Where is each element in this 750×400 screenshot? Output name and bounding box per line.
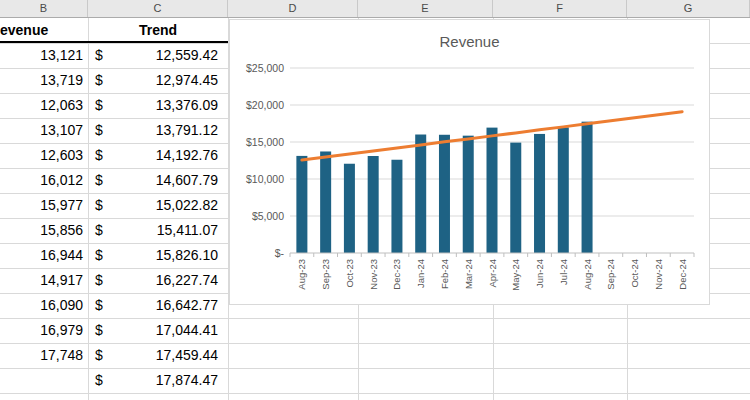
trend-value: 13,376.09 bbox=[156, 93, 218, 118]
revenue-bar[interactable] bbox=[558, 127, 569, 253]
column-header-C[interactable]: C bbox=[88, 0, 228, 17]
trend-value: 17,044.41 bbox=[156, 318, 218, 343]
cell-trend[interactable]: $15,411.07 bbox=[88, 218, 228, 243]
trend-value: 16,227.74 bbox=[156, 268, 218, 293]
x-axis-label: Feb-24 bbox=[439, 259, 450, 289]
y-axis-label: $5,000 bbox=[252, 210, 284, 222]
trend-value: 16,642.77 bbox=[156, 293, 218, 318]
x-axis-label: Oct-23 bbox=[344, 259, 355, 288]
trend-value: 14,192.76 bbox=[156, 143, 218, 168]
cell-trend[interactable]: $16,227.74 bbox=[88, 268, 228, 293]
revenue-bar[interactable] bbox=[415, 135, 426, 253]
currency-symbol: $ bbox=[95, 243, 103, 268]
trend-value: 15,022.82 bbox=[156, 193, 218, 218]
revenue-bar[interactable] bbox=[344, 164, 355, 253]
column-header-G[interactable]: G bbox=[627, 0, 750, 17]
currency-symbol: $ bbox=[95, 268, 103, 293]
trend-value: 12,559.42 bbox=[156, 43, 218, 68]
cell-revenue[interactable]: 13,719 bbox=[0, 68, 88, 93]
table-header-trend[interactable]: Trend bbox=[88, 18, 228, 43]
cell-revenue[interactable]: 16,979 bbox=[0, 318, 88, 343]
trend-value: 15,826.10 bbox=[156, 243, 218, 268]
y-axis-label: $15,000 bbox=[246, 136, 284, 148]
chart-title[interactable]: Revenue bbox=[439, 33, 499, 50]
x-axis-label: Apr-24 bbox=[487, 259, 498, 288]
cell-revenue[interactable]: 13,107 bbox=[0, 118, 88, 143]
revenue-bar[interactable] bbox=[296, 156, 307, 253]
cell-trend[interactable]: $14,607.79 bbox=[88, 168, 228, 193]
cell-revenue[interactable] bbox=[0, 368, 88, 393]
x-axis-label: Aug-23 bbox=[296, 259, 307, 290]
trend-value: 17,459.44 bbox=[156, 343, 218, 368]
cell-revenue[interactable]: 13,121 bbox=[0, 43, 88, 68]
y-axis-label: $- bbox=[275, 247, 285, 259]
cell-revenue[interactable]: 16,944 bbox=[0, 243, 88, 268]
cell-trend[interactable]: $14,192.76 bbox=[88, 143, 228, 168]
cell-revenue[interactable]: 16,090 bbox=[0, 293, 88, 318]
currency-symbol: $ bbox=[95, 143, 103, 168]
cell-revenue[interactable]: 15,977 bbox=[0, 193, 88, 218]
x-axis-label: Nov-23 bbox=[368, 259, 379, 290]
x-axis-label: Nov-24 bbox=[653, 259, 664, 290]
revenue-bar[interactable] bbox=[391, 160, 402, 253]
revenue-bar[interactable] bbox=[487, 128, 498, 253]
column-header-D[interactable]: D bbox=[228, 0, 358, 17]
cell-revenue[interactable]: 12,603 bbox=[0, 143, 88, 168]
x-axis-label: Jul-24 bbox=[558, 259, 569, 285]
currency-symbol: $ bbox=[95, 368, 103, 393]
currency-symbol: $ bbox=[95, 293, 103, 318]
cell-trend[interactable]: $17,459.44 bbox=[88, 343, 228, 368]
x-axis-label: Jun-24 bbox=[534, 259, 545, 288]
cell-revenue[interactable]: 14,917 bbox=[0, 268, 88, 293]
cell-trend[interactable]: $13,376.09 bbox=[88, 93, 228, 118]
table-header-revenue[interactable]: evenue bbox=[0, 18, 88, 43]
trend-value: 13,791.12 bbox=[156, 118, 218, 143]
x-axis-label: Oct-24 bbox=[629, 259, 640, 288]
revenue-bar[interactable] bbox=[320, 151, 331, 253]
cell-trend[interactable]: $17,874.47 bbox=[88, 368, 228, 393]
trend-value: 14,607.79 bbox=[156, 168, 218, 193]
currency-symbol: $ bbox=[95, 68, 103, 93]
y-axis-label: $25,000 bbox=[246, 62, 284, 74]
x-axis-label: May-24 bbox=[510, 259, 521, 291]
cell-revenue[interactable]: 17,748 bbox=[0, 343, 88, 368]
cell-trend[interactable]: $12,559.42 bbox=[88, 43, 228, 68]
revenue-bar[interactable] bbox=[368, 156, 379, 253]
cell-trend[interactable]: $13,791.12 bbox=[88, 118, 228, 143]
cell-trend[interactable]: $16,642.77 bbox=[88, 293, 228, 318]
gridline bbox=[0, 393, 750, 394]
x-axis-label: Aug-24 bbox=[582, 259, 593, 290]
cell-trend[interactable]: $12,974.45 bbox=[88, 68, 228, 93]
column-header-B[interactable]: B bbox=[0, 0, 88, 17]
currency-symbol: $ bbox=[95, 318, 103, 343]
x-axis-label: Jan-24 bbox=[415, 259, 426, 288]
trend-value: 17,874.47 bbox=[156, 368, 218, 393]
currency-symbol: $ bbox=[95, 193, 103, 218]
revenue-chart-canvas: Revenue$-$5,000$10,000$15,000$20,000$25,… bbox=[230, 20, 709, 304]
x-axis-label: Dec-23 bbox=[391, 259, 402, 290]
revenue-bar[interactable] bbox=[510, 143, 521, 253]
currency-symbol: $ bbox=[95, 218, 103, 243]
cell-trend[interactable]: $15,826.10 bbox=[88, 243, 228, 268]
revenue-bar[interactable] bbox=[534, 134, 545, 253]
revenue-bar[interactable] bbox=[439, 135, 450, 253]
y-axis-label: $20,000 bbox=[246, 99, 284, 111]
trend-value: 12,974.45 bbox=[156, 68, 218, 93]
cell-revenue[interactable]: 15,856 bbox=[0, 218, 88, 243]
cell-revenue[interactable]: 12,063 bbox=[0, 93, 88, 118]
revenue-bar[interactable] bbox=[463, 136, 474, 253]
x-axis-label: Sep-23 bbox=[320, 259, 331, 290]
x-axis-label: Sep-24 bbox=[605, 259, 616, 290]
chart[interactable]: Revenue$-$5,000$10,000$15,000$20,000$25,… bbox=[229, 19, 710, 305]
currency-symbol: $ bbox=[95, 118, 103, 143]
column-header-F[interactable]: F bbox=[493, 0, 627, 17]
x-axis-label: Dec-24 bbox=[677, 259, 688, 290]
currency-symbol: $ bbox=[95, 43, 103, 68]
cell-revenue[interactable]: 16,012 bbox=[0, 168, 88, 193]
revenue-bar[interactable] bbox=[582, 122, 593, 253]
column-header-E[interactable]: E bbox=[358, 0, 493, 17]
trend-value: 15,411.07 bbox=[157, 218, 218, 243]
cell-trend[interactable]: $15,022.82 bbox=[88, 193, 228, 218]
cell-trend[interactable]: $17,044.41 bbox=[88, 318, 228, 343]
x-axis-label: Mar-24 bbox=[463, 259, 474, 289]
